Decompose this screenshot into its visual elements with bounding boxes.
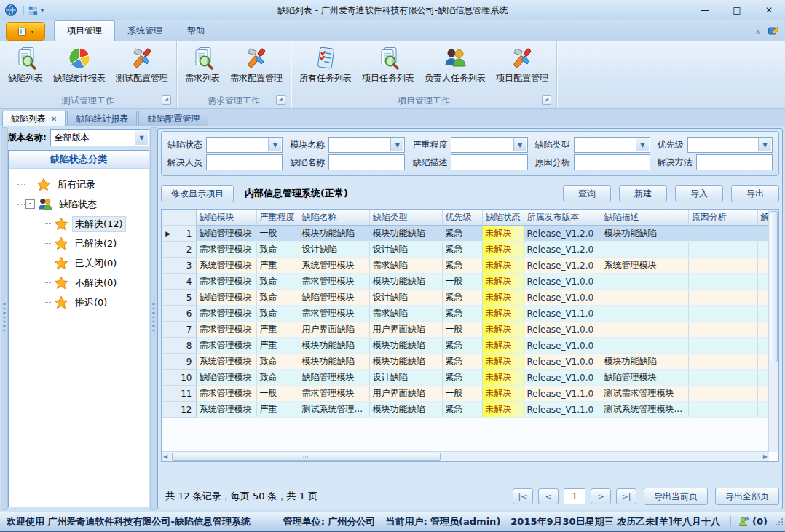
resize-grip-icon[interactable]	[775, 517, 783, 525]
table-row[interactable]: 4需求管理模块致命需求管理模块模块功能缺陷一般未解决Release_V1.0.0	[162, 274, 769, 290]
ribbon-button-all-tasks[interactable]: 所有任务列表	[294, 44, 357, 85]
tree-item-closed[interactable]: 已关闭(0)	[45, 253, 149, 273]
next-page-button[interactable]: >	[591, 488, 611, 504]
toolbar-button-export[interactable]: 导出	[731, 185, 779, 202]
filter-defect-desc-value[interactable]	[451, 155, 526, 170]
filter-defect-name-input[interactable]	[328, 154, 405, 170]
chevron-down-icon[interactable]: ▼	[636, 138, 649, 151]
filter-module-name-select[interactable]: ▼	[328, 137, 405, 153]
table-row[interactable]: 11需求管理模块一般需求管理模块用户界面缺陷一般未解决Release_V1.1.…	[162, 386, 769, 402]
column-header-6[interactable]: 所属发布版本	[524, 210, 601, 226]
doc-tab-defect-report[interactable]: 缺陷统计报表	[67, 111, 137, 127]
maximize-button[interactable]: □	[721, 0, 753, 20]
dialog-launcher-icon[interactable]: ◢	[276, 95, 285, 105]
column-header-5[interactable]: 缺陷状态	[482, 210, 524, 226]
filter-defect-type-select[interactable]: ▼	[574, 137, 650, 153]
tools-icon	[130, 46, 154, 71]
scroll-right-icon[interactable]: ▶	[763, 452, 768, 461]
scroll-left-icon[interactable]: ◀	[163, 452, 167, 461]
ribbon-tab-system-manage[interactable]: 系统管理	[115, 21, 175, 41]
close-tab-icon[interactable]: ✕	[51, 115, 57, 123]
chevron-down-icon[interactable]: ▼	[135, 130, 148, 145]
export-all-pages-button[interactable]: 导出全部页	[715, 488, 779, 505]
filter-severity-select[interactable]: ▼	[451, 137, 527, 153]
modify-display-items-button[interactable]: 修改显示项目	[161, 185, 234, 202]
horizontal-scrollbar[interactable]: ◀ ▶	[162, 451, 769, 461]
table-row[interactable]: 12系统管理模块严重测试系统管理...模块功能缺陷紧急未解决Release_V1…	[162, 402, 769, 418]
filter-resolver-input[interactable]	[206, 154, 283, 170]
column-header-4[interactable]: 优先级	[442, 210, 482, 226]
filter-defect-name-value[interactable]	[329, 155, 404, 170]
ribbon-button-test-config[interactable]: 测试配置管理	[111, 44, 173, 85]
version-select[interactable]: 全部版本 ▼	[50, 129, 149, 146]
last-page-button[interactable]: >|	[616, 488, 636, 504]
filter-solution-value[interactable]	[697, 155, 772, 170]
ribbon-button-project-tasks[interactable]: 项目任务列表	[357, 44, 419, 85]
table-row[interactable]: 10缺陷管理模块致命缺陷管理模块设计缺陷紧急未解决Release_V1.0.0缺…	[162, 370, 769, 386]
filter-resolver-value[interactable]	[207, 155, 282, 170]
column-header-9[interactable]: 解决方法	[757, 210, 769, 226]
table-row[interactable]: 3系统管理模块严重系统管理模块需求缺陷紧急未解决Release_V1.2.0系统…	[162, 258, 769, 274]
ribbon-button-req-list[interactable]: 需求列表	[180, 44, 225, 85]
export-current-page-button[interactable]: 导出当前页	[644, 488, 708, 505]
chevron-down-icon[interactable]: ▼	[758, 138, 771, 151]
quick-access-toolbar-button[interactable]: ▾	[28, 5, 44, 16]
filter-defect-status-select[interactable]: ▼	[206, 137, 283, 153]
column-header-8[interactable]: 原因分析	[688, 210, 757, 226]
ribbon-tab-project-manage[interactable]: 项目管理	[54, 20, 115, 41]
column-header-3[interactable]: 缺陷类型	[369, 210, 442, 226]
tree-item-defect-status[interactable]: -缺陷状态	[17, 194, 149, 214]
theme-icon[interactable]	[768, 25, 779, 39]
chevron-down-icon[interactable]: ▼	[268, 138, 281, 151]
column-header-7[interactable]: 缺陷描述	[601, 210, 688, 226]
ribbon-button-project-config[interactable]: 项目配置管理	[491, 44, 553, 85]
ribbon-button-defect-report[interactable]: 缺陷统计报表	[48, 44, 111, 85]
ribbon-button-defect-list[interactable]: 缺陷列表	[3, 44, 48, 85]
tree-item-wontfix[interactable]: 不解决(0)	[45, 273, 149, 293]
collapse-ribbon-icon[interactable]: ∧	[755, 28, 760, 36]
first-page-button[interactable]: |<	[513, 488, 533, 504]
tree-item-unresolved[interactable]: 未解决(12)	[45, 214, 149, 234]
table-row[interactable]: 7需求管理模块严重用户界面缺陷用户界面缺陷一般未解决Release_V1.0.0	[162, 322, 769, 338]
column-header-0[interactable]: 缺陷模块	[196, 210, 256, 226]
table-row[interactable]: 9系统管理模块致命模块功能缺陷模块功能缺陷紧急未解决Release_V1.0.0…	[162, 354, 769, 370]
table-row[interactable]: 8需求管理模块严重模块功能缺陷模块功能缺陷紧急未解决Release_V1.0.0	[162, 338, 769, 354]
tree-item-resolved[interactable]: 已解决(2)	[45, 234, 149, 253]
scrollbar-thumb[interactable]	[172, 453, 441, 461]
tree-item-all-records[interactable]: 所有记录	[17, 175, 149, 194]
dialog-launcher-icon[interactable]: ◢	[162, 95, 171, 105]
page-input[interactable]	[564, 488, 585, 504]
toolbar-button-create[interactable]: 新建	[619, 185, 667, 202]
filter-defect-desc-input[interactable]	[451, 154, 527, 170]
filter-solution-input[interactable]	[696, 154, 773, 170]
ribbon-button-owner-tasks[interactable]: 负责人任务列表	[419, 44, 491, 85]
toolbar-button-query[interactable]: 查询	[563, 185, 611, 202]
dialog-launcher-icon[interactable]: ◢	[542, 95, 551, 105]
filter-cause-analysis-value[interactable]	[575, 155, 650, 170]
ribbon-button-req-config[interactable]: 需求配置管理	[225, 44, 288, 85]
sidebar-splitter[interactable]	[150, 127, 157, 510]
table-row[interactable]: ▶1缺陷管理模块一般模块功能缺陷模块功能缺陷紧急未解决Release_V1.2.…	[162, 226, 769, 242]
column-header-2[interactable]: 缺陷名称	[299, 210, 369, 226]
tree-item-postponed[interactable]: 推迟(0)	[45, 293, 149, 312]
table-row[interactable]: 2需求管理模块致命设计缺陷设计缺陷紧急未解决Release_V1.2.0	[162, 242, 769, 258]
filter-priority-select[interactable]: ▼	[687, 137, 773, 153]
doc-tab-defect-config[interactable]: 缺陷配置管理	[138, 111, 208, 127]
table-row[interactable]: 5缺陷管理模块致命缺陷管理模块设计缺陷紧急未解决Release_V1.0.0	[162, 290, 769, 306]
toolbar-button-import[interactable]: 导入	[675, 185, 723, 202]
collapse-icon[interactable]: -	[25, 199, 35, 209]
vertical-scrollbar[interactable]	[768, 210, 778, 452]
chevron-down-icon[interactable]: ▼	[390, 138, 403, 151]
column-header-1[interactable]: 严重程度	[256, 210, 299, 226]
minimize-button[interactable]: —	[689, 0, 721, 20]
chevron-down-icon[interactable]: ▼	[513, 138, 526, 151]
doc-tab-defect-list[interactable]: 缺陷列表✕	[2, 111, 66, 127]
scrollbar-thumb[interactable]	[770, 211, 778, 362]
filter-cause-analysis-input[interactable]	[574, 154, 650, 170]
left-collapse-splitter[interactable]	[1, 127, 8, 510]
table-row[interactable]: 6需求管理模块致命需求管理模块需求缺陷紧急未解决Release_V1.1.0	[162, 306, 769, 322]
application-menu-button[interactable]: ▾	[6, 22, 45, 41]
ribbon-tab-help[interactable]: 帮助	[175, 21, 217, 41]
close-button[interactable]: ✕	[753, 0, 785, 20]
prev-page-button[interactable]: <	[538, 488, 559, 504]
